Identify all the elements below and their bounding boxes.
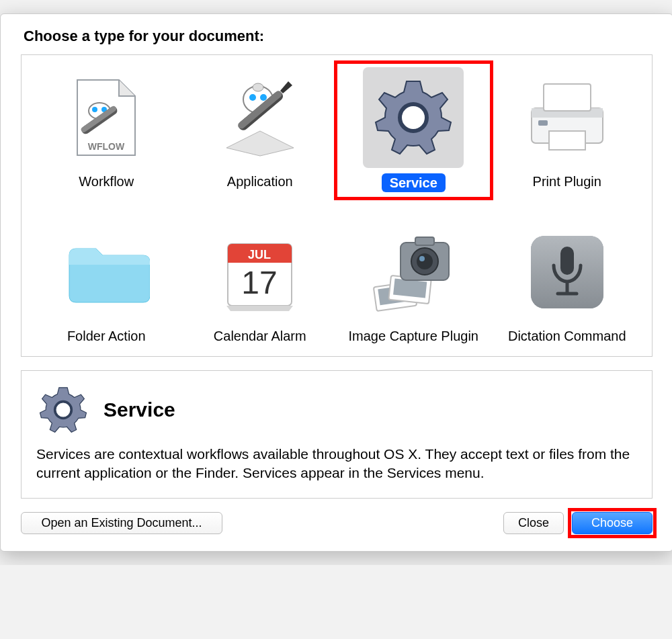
svg-text:WFLOW: WFLOW <box>88 141 125 152</box>
description-title: Service <box>103 398 175 421</box>
type-service[interactable]: Service <box>337 63 491 198</box>
type-application[interactable]: Application <box>183 63 337 198</box>
type-label: Workflow <box>79 173 134 189</box>
type-label: Folder Action <box>67 328 146 344</box>
type-label: Dictation Command <box>508 328 626 344</box>
svg-rect-16 <box>544 84 591 111</box>
description-panel: Service Services are contextual workflow… <box>21 370 653 499</box>
svg-rect-17 <box>549 131 585 150</box>
dictation-icon <box>517 222 618 323</box>
heading: Choose a type for your document: <box>24 28 653 45</box>
type-folder-action[interactable]: Folder Action <box>30 218 183 349</box>
svg-point-31 <box>417 253 433 269</box>
svg-point-13 <box>405 110 421 126</box>
image-capture-icon <box>363 222 464 323</box>
close-button[interactable]: Close <box>503 512 564 534</box>
service-icon <box>363 67 464 168</box>
svg-rect-18 <box>538 120 548 126</box>
svg-point-8 <box>260 94 267 101</box>
choose-button[interactable]: Choose <box>572 512 653 534</box>
type-label: Print Plugin <box>533 173 601 189</box>
gear-icon <box>36 383 90 437</box>
type-label: Calendar Alarm <box>214 328 306 344</box>
svg-point-32 <box>419 256 425 261</box>
svg-rect-27 <box>393 279 427 298</box>
workflow-icon: WFLOW <box>56 67 157 168</box>
application-icon <box>210 67 310 168</box>
calendar-icon: JUL 17 <box>210 222 310 323</box>
document-type-grid: WFLOW Workflow <box>21 54 653 357</box>
folder-icon <box>56 222 157 323</box>
type-label: Image Capture Plugin <box>349 328 478 344</box>
svg-point-9 <box>253 83 263 91</box>
description-text: Services are contextual workflows availa… <box>36 445 637 483</box>
type-workflow[interactable]: WFLOW Workflow <box>30 63 183 198</box>
type-print-plugin[interactable]: Print Plugin <box>491 63 644 198</box>
type-label: Service <box>382 173 446 192</box>
type-image-capture-plugin[interactable]: Image Capture Plugin <box>337 218 491 349</box>
svg-text:17: 17 <box>242 265 278 300</box>
svg-point-2 <box>92 107 97 112</box>
type-dictation-command[interactable]: Dictation Command <box>491 218 644 349</box>
template-chooser-sheet: Choose a type for your document: WFLOW <box>0 13 672 552</box>
svg-rect-29 <box>415 237 434 245</box>
footer: Open an Existing Document... Close Choos… <box>21 512 653 534</box>
open-existing-document-button[interactable]: Open an Existing Document... <box>21 512 222 534</box>
svg-text:JUL: JUL <box>248 248 271 261</box>
type-calendar-alarm[interactable]: JUL 17 Calendar Alarm <box>183 218 337 349</box>
svg-point-39 <box>58 405 69 415</box>
printer-icon <box>517 67 618 168</box>
svg-rect-35 <box>560 247 574 275</box>
type-label: Application <box>227 173 293 189</box>
svg-point-7 <box>249 94 256 101</box>
